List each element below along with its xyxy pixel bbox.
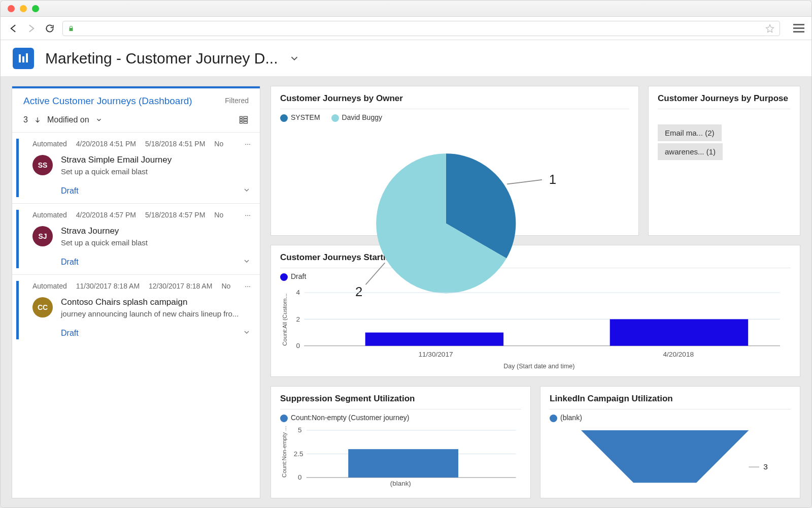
svg-rect-8 xyxy=(244,121,248,123)
expand-icon[interactable] xyxy=(243,186,251,196)
nav-forward-icon[interactable] xyxy=(26,23,37,34)
item-flag: No xyxy=(214,211,223,219)
browser-menu-icon[interactable] xyxy=(793,24,804,33)
avatar: SJ xyxy=(32,226,53,246)
active-journeys-panel: Active Customer Journeys (Dashboard) Fil… xyxy=(12,86,260,498)
page-header: Marketing - Customer Journey D... xyxy=(1,40,811,77)
legend-item[interactable]: David Buggy xyxy=(331,113,382,122)
item-more-icon[interactable]: ··· xyxy=(245,211,251,219)
item-more-icon[interactable]: ··· xyxy=(245,282,251,290)
browser-toolbar xyxy=(1,17,811,40)
chevron-down-icon[interactable] xyxy=(95,116,103,123)
window-zoom-dot[interactable] xyxy=(32,5,39,12)
y-axis-label: Count:All (Custom... xyxy=(282,294,288,346)
item-status[interactable]: Draft xyxy=(61,258,79,267)
item-desc: Set up a quick email blast xyxy=(61,167,172,176)
svg-text:5: 5 xyxy=(298,426,301,434)
title-dropdown-icon[interactable] xyxy=(289,53,300,64)
svg-text:4/20/2018: 4/20/2018 xyxy=(663,351,694,358)
item-created: 11/30/2017 8:18 AM xyxy=(76,282,140,290)
filtered-label[interactable]: Filtered xyxy=(225,97,249,105)
svg-rect-4 xyxy=(240,119,243,120)
item-type: Automated xyxy=(32,211,67,219)
legend-item[interactable]: Count:Non-empty (Customer journey) xyxy=(280,414,409,422)
panel-header: Active Customer Journeys (Dashboard) Fil… xyxy=(12,86,260,112)
svg-text:0: 0 xyxy=(298,473,301,481)
sort-direction-icon[interactable] xyxy=(34,116,41,123)
y-axis-label: Count:Non-empty ... xyxy=(281,426,287,478)
suppression-bar-chart[interactable]: Count:Non-empty ... 5 2.5 0 (blank) xyxy=(280,422,521,491)
svg-rect-1 xyxy=(22,56,24,62)
purpose-tag[interactable]: awarenes... (1) xyxy=(658,143,723,160)
x-axis-label: Day (Start date and time) xyxy=(503,363,574,370)
window-close-dot[interactable] xyxy=(8,5,15,12)
card-owner: Customer Journeys by Owner SYSTEM David … xyxy=(270,86,639,236)
item-type: Automated xyxy=(32,140,67,148)
linkedin-funnel-chart[interactable]: 3 xyxy=(550,422,791,491)
svg-rect-6 xyxy=(244,116,248,118)
svg-rect-17 xyxy=(365,332,503,345)
url-field[interactable] xyxy=(62,21,780,36)
item-name[interactable]: Strava Simple Email Journey xyxy=(61,155,172,165)
titlebar xyxy=(1,1,811,17)
svg-rect-3 xyxy=(240,116,243,118)
legend-item[interactable]: (blank) xyxy=(550,414,582,422)
item-more-icon[interactable]: ··· xyxy=(245,140,251,148)
bookmark-star-icon[interactable] xyxy=(765,24,774,33)
item-status[interactable]: Draft xyxy=(61,329,79,338)
card-title: Suppression Segment Utilization xyxy=(280,394,521,404)
list-item[interactable]: Automated 11/30/2017 8:18 AM 12/30/2017 … xyxy=(12,274,260,345)
funnel-callout: 3 xyxy=(763,462,768,471)
nav-reload-icon[interactable] xyxy=(44,23,55,34)
view-toggle-icon[interactable] xyxy=(239,115,249,125)
purpose-tag[interactable]: Email ma... (2) xyxy=(658,124,722,141)
lock-icon xyxy=(68,25,74,32)
item-name[interactable]: Strava Journey xyxy=(61,226,148,236)
svg-line-9 xyxy=(507,180,542,184)
item-desc: journey announcing launch of new chairs … xyxy=(61,309,239,318)
item-type: Automated xyxy=(32,282,67,290)
svg-text:(blank): (blank) xyxy=(390,480,411,487)
window-minimize-dot[interactable] xyxy=(20,5,27,12)
card-purpose: Customer Journeys by Purpose Email ma...… xyxy=(648,86,800,236)
item-created: 4/20/2018 4:57 PM xyxy=(76,211,136,219)
avatar: CC xyxy=(32,297,53,318)
list-item[interactable]: Automated 4/20/2018 4:57 PM 5/18/2018 4:… xyxy=(12,203,260,274)
pie-callout-1: 1 xyxy=(549,172,556,186)
over-time-bar-chart[interactable]: Count:All (Custom... 4 2 0 11/30/2017 4/… xyxy=(280,281,791,379)
svg-text:11/30/2017: 11/30/2017 xyxy=(418,351,453,358)
item-modified: 12/30/2017 8:18 AM xyxy=(149,282,212,290)
card-title: Customer Journeys by Owner xyxy=(280,93,629,104)
dashboard-body: Active Customer Journeys (Dashboard) Fil… xyxy=(1,77,811,507)
svg-rect-18 xyxy=(610,319,748,345)
legend-item[interactable]: SYSTEM xyxy=(280,113,320,122)
svg-rect-5 xyxy=(240,121,243,123)
item-desc: Set up a quick email blast xyxy=(61,238,148,247)
svg-text:4: 4 xyxy=(296,289,300,296)
item-modified: 5/18/2018 4:57 PM xyxy=(145,211,205,219)
item-created: 4/20/2018 4:51 PM xyxy=(76,140,136,148)
list-item[interactable]: Automated 4/20/2018 4:51 PM 5/18/2018 4:… xyxy=(12,132,260,203)
result-count: 3 xyxy=(23,115,28,124)
card-title: Customer Journeys by Purpose xyxy=(658,93,791,104)
item-flag: No xyxy=(221,282,230,290)
charts-column: Customer Journeys by Owner SYSTEM David … xyxy=(270,86,800,498)
expand-icon[interactable] xyxy=(243,257,251,267)
journey-list: Automated 4/20/2018 4:51 PM 5/18/2018 4:… xyxy=(12,132,260,498)
sort-field[interactable]: Modified on xyxy=(47,115,89,124)
app-tile-icon[interactable] xyxy=(13,48,34,69)
item-modified: 5/18/2018 4:51 PM xyxy=(145,140,205,148)
svg-text:2.5: 2.5 xyxy=(294,450,303,457)
item-name[interactable]: Contoso Chairs splash campaign xyxy=(61,297,239,307)
page-title: Marketing - Customer Journey D... xyxy=(45,50,278,67)
card-linkedin: LinkedIn Campaign Utilization (blank) 3 xyxy=(540,386,800,498)
owner-legend: SYSTEM David Buggy xyxy=(280,113,629,122)
card-suppression: Suppression Segment Utilization Count:No… xyxy=(270,386,531,498)
nav-back-icon[interactable] xyxy=(8,23,19,34)
svg-rect-7 xyxy=(244,119,248,120)
panel-title[interactable]: Active Customer Journeys (Dashboard) xyxy=(23,96,192,106)
svg-rect-27 xyxy=(348,449,458,478)
item-status[interactable]: Draft xyxy=(61,186,79,196)
svg-rect-2 xyxy=(26,53,28,62)
expand-icon[interactable] xyxy=(243,328,251,338)
